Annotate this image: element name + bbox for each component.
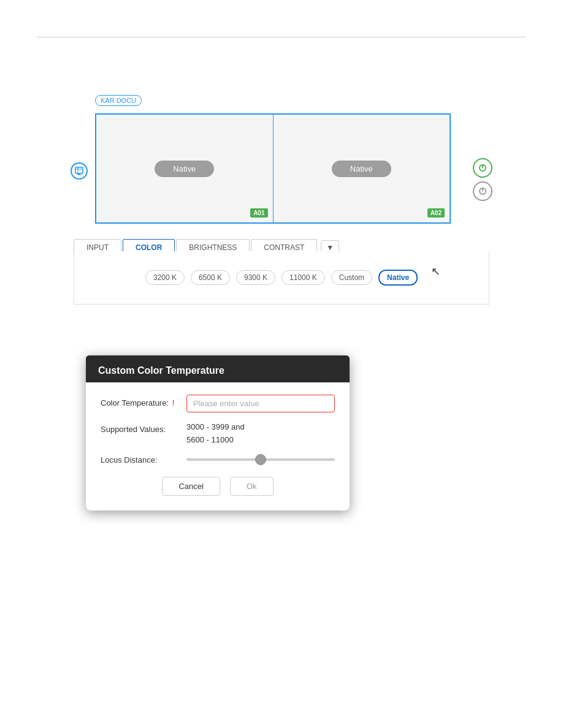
color-panel: 3200 K 6500 K 9300 K 11000 K Custom Nati… [74,251,489,305]
color-temp-label: Color Temperature: ! [101,395,186,408]
power-off-button[interactable] [473,181,492,201]
cancel-button[interactable]: Cancel [162,477,220,496]
locus-distance-label: Locus Distance: [101,455,186,464]
color-option-11000k[interactable]: 11000 K [282,270,325,285]
color-temp-row: Color Temperature: ! [101,395,335,412]
monitor-right-native-btn[interactable]: Native [332,161,391,177]
monitor-icon[interactable] [71,162,88,180]
dialog-title-bar: Custom Color Temperature [86,355,350,382]
supported-values-line1: 3000 - 3999 and [186,421,335,434]
color-option-9300k[interactable]: 9300 K [236,270,275,285]
color-option-3200k[interactable]: 3200 K [145,270,185,285]
supported-values-label: Supported Values: [101,421,186,434]
monitor-right-badge: A02 [427,208,445,218]
monitor-left-native-btn[interactable]: Native [155,161,214,177]
supported-values-row: Supported Values: 3000 - 3999 and 5600 -… [101,421,335,447]
svg-rect-0 [75,167,83,173]
color-option-6500k[interactable]: 6500 K [191,270,230,285]
left-icon-group [71,162,88,180]
required-indicator: ! [172,398,175,408]
monitor-left: Native A01 [96,115,274,222]
kardocu-badge[interactable]: KAR DOCU [95,95,142,106]
supported-values-line2: 5600 - 11000 [186,434,335,447]
supported-values-content: 3000 - 3999 and 5600 - 11000 [186,421,335,447]
monitor-area: Native A01 Native A02 [95,113,451,224]
dialog-buttons: Cancel Ok [101,477,335,496]
dialog-title: Custom Color Temperature [98,365,337,376]
monitor-right: Native A02 [274,115,450,222]
dialog-body: Color Temperature: ! Supported Values: 3… [86,382,350,510]
color-option-native[interactable]: Native [378,270,418,286]
monitor-left-badge: A01 [250,208,267,218]
power-on-button[interactable] [473,158,492,178]
custom-color-temperature-dialog: Custom Color Temperature Color Temperatu… [86,355,350,510]
right-icon-group [473,158,492,201]
color-temp-input[interactable] [186,395,335,412]
locus-distance-slider[interactable] [186,458,335,461]
color-option-custom[interactable]: Custom [331,270,372,285]
ok-button[interactable]: Ok [230,477,274,496]
locus-distance-row: Locus Distance: [101,455,335,464]
top-divider [37,37,526,37]
